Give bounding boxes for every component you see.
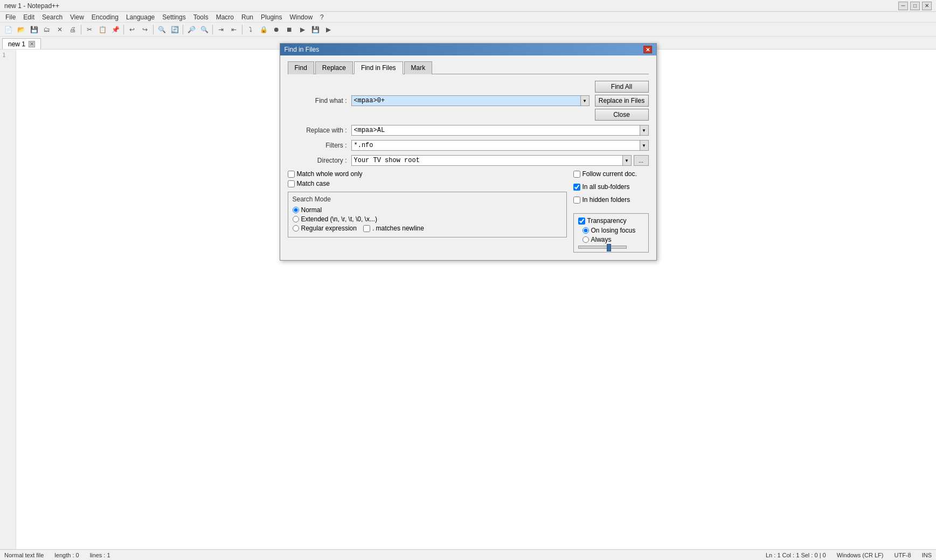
follow-current-doc-checkbox[interactable]	[573, 171, 580, 178]
on-losing-focus-radio[interactable]	[583, 227, 589, 234]
dialog-body: Find Replace Find in Files Mark Find wha…	[280, 55, 656, 260]
in-all-subfolders-row: In all sub-folders	[573, 183, 649, 191]
always-radio[interactable]	[583, 236, 589, 243]
status-bar: Normal text file length : 0 lines : 1 Ln…	[0, 549, 936, 560]
on-losing-focus-label: On losing focus	[591, 227, 636, 234]
find-what-row: Find what : ▼ Find All Replace in Files …	[288, 81, 649, 121]
tab-mark[interactable]: Mark	[404, 61, 433, 74]
search-mode-regex-label: Regular expression	[301, 225, 357, 232]
match-case-checkbox[interactable]	[288, 180, 295, 187]
directory-dropdown-arrow[interactable]: ▼	[623, 155, 632, 166]
status-position: Ln : 1 Col : 1 Sel : 0 | 0	[766, 552, 826, 558]
status-encoding: UTF-8	[894, 552, 911, 558]
search-mode-regex-radio[interactable]	[293, 225, 299, 232]
dialog-overlay: Find in Files ✕ Find Replace Find in Fil…	[0, 0, 936, 560]
directory-row: Directory : ▼ ...	[288, 155, 649, 166]
find-what-label: Find what :	[288, 97, 347, 104]
status-bar-right: Ln : 1 Col : 1 Sel : 0 | 0 Windows (CR L…	[766, 552, 932, 558]
directory-combo: ▼	[351, 155, 632, 166]
browse-button[interactable]: ...	[634, 155, 649, 166]
always-label: Always	[591, 236, 612, 243]
follow-current-doc-row: Follow current doc.	[573, 170, 649, 178]
dialog-title: Find in Files	[285, 46, 320, 53]
status-length: length : 0	[54, 552, 79, 558]
search-mode-normal-radio[interactable]	[293, 207, 299, 213]
find-what-combo: ▼	[351, 95, 590, 106]
match-case-label: Match case	[297, 180, 330, 187]
replace-with-combo: ▼	[351, 125, 649, 136]
transparency-slider-container	[578, 246, 644, 249]
match-whole-word-checkbox[interactable]	[288, 171, 295, 178]
in-all-subfolders-checkbox[interactable]	[573, 184, 580, 191]
transparency-row: Transparency	[578, 217, 644, 225]
filters-input[interactable]	[351, 140, 640, 151]
tab-find[interactable]: Find	[288, 61, 314, 74]
transparency-box: Transparency On losing focus Always	[573, 213, 649, 253]
match-whole-word-label: Match whole word only	[297, 170, 363, 178]
directory-input[interactable]	[351, 155, 623, 166]
dialog-main-row: Match whole word only Match case Search …	[288, 170, 649, 253]
tab-find-in-files[interactable]: Find in Files	[354, 61, 403, 74]
match-case-row: Match case	[288, 180, 567, 187]
replace-with-label: Replace with :	[288, 127, 347, 134]
status-ins: INS	[922, 552, 932, 558]
status-bar-left: Normal text file length : 0 lines : 1	[4, 552, 110, 558]
filters-row: Filters : ▼	[288, 140, 649, 151]
filters-label: Filters :	[288, 142, 347, 149]
filters-combo: ▼	[351, 140, 649, 151]
transparency-checkbox[interactable]	[578, 218, 585, 225]
in-all-subfolders-label: In all sub-folders	[583, 183, 630, 191]
close-button[interactable]: Close	[595, 109, 649, 121]
in-hidden-folders-checkbox[interactable]	[573, 197, 580, 204]
dialog-close-button[interactable]: ✕	[643, 46, 652, 53]
find-what-input[interactable]	[351, 95, 581, 106]
transparency-label: Transparency	[587, 217, 627, 225]
search-mode-regex-row: Regular expression . matches newline	[293, 225, 562, 232]
on-losing-focus-row: On losing focus	[583, 227, 644, 234]
status-file-type: Normal text file	[4, 552, 44, 558]
dialog-title-bar: Find in Files ✕	[280, 44, 656, 55]
status-lines: lines : 1	[90, 552, 110, 558]
dialog-left-panel: Match whole word only Match case Search …	[288, 170, 567, 253]
always-row: Always	[583, 236, 644, 243]
matches-newline-label: . matches newline	[372, 225, 424, 232]
dialog-tabs: Find Replace Find in Files Mark	[288, 61, 649, 74]
search-mode-normal-label: Normal	[301, 206, 322, 214]
replace-with-dropdown-arrow[interactable]: ▼	[640, 125, 649, 136]
find-what-dropdown-arrow[interactable]: ▼	[581, 95, 590, 106]
directory-label: Directory :	[288, 157, 347, 164]
search-mode-extended-radio[interactable]	[293, 216, 299, 222]
search-mode-normal-row: Normal	[293, 206, 562, 214]
in-hidden-folders-label: In hidden folders	[583, 196, 630, 204]
find-in-files-dialog: Find in Files ✕ Find Replace Find in Fil…	[280, 43, 657, 261]
follow-current-doc-label: Follow current doc.	[583, 170, 637, 178]
filters-dropdown-arrow[interactable]: ▼	[640, 140, 649, 151]
dialog-action-buttons: Find All Replace in Files Close	[595, 81, 649, 121]
status-line-ending: Windows (CR LF)	[837, 552, 884, 558]
search-mode-extended-label: Extended (\n, \r, \t, \0, \x...)	[301, 215, 377, 223]
search-mode-extended-row: Extended (\n, \r, \t, \0, \x...)	[293, 215, 562, 223]
search-mode-box: Search Mode Normal Extended (\n, \r, \t,…	[288, 192, 567, 237]
replace-with-input[interactable]	[351, 125, 640, 136]
transparency-slider-track	[578, 246, 627, 249]
dialog-right-panel: Follow current doc. In all sub-folders I…	[573, 170, 649, 253]
matches-newline-checkbox[interactable]	[363, 225, 370, 232]
tab-replace[interactable]: Replace	[315, 61, 353, 74]
transparency-slider-thumb[interactable]	[607, 244, 611, 251]
match-whole-word-row: Match whole word only	[288, 170, 567, 178]
replace-with-row: Replace with : ▼	[288, 125, 649, 136]
search-mode-title: Search Mode	[293, 195, 562, 203]
replace-in-files-button[interactable]: Replace in Files	[595, 95, 649, 107]
in-hidden-folders-row: In hidden folders	[573, 196, 649, 204]
find-all-button[interactable]: Find All	[595, 81, 649, 93]
